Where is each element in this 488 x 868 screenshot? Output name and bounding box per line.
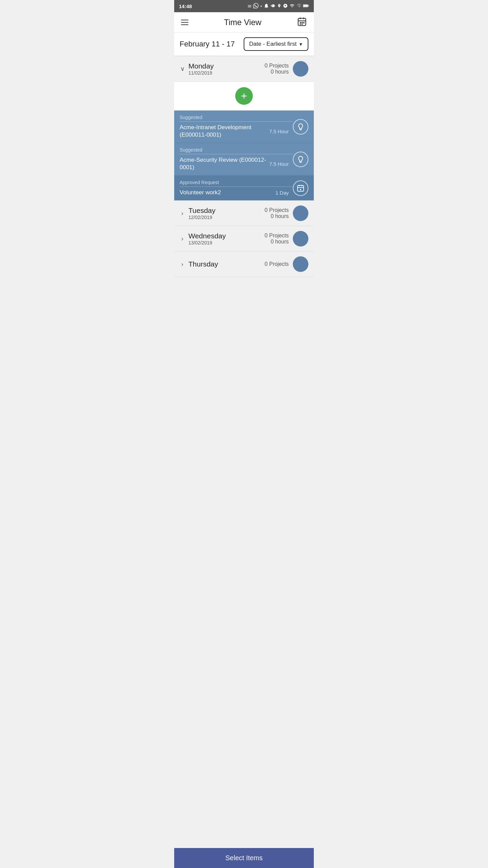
battery-icon <box>303 4 309 9</box>
sort-dropdown[interactable]: Date - Earliest first ▼ <box>244 37 308 51</box>
day-projects-wednesday: 0 Projects 0 hours <box>265 233 289 245</box>
lightbulb-icon <box>297 123 305 131</box>
card-label-2: Approved Request <box>180 180 293 185</box>
day-right-monday: 0 Projects 0 hours <box>265 61 308 77</box>
block-icon <box>283 3 288 9</box>
day-circle-monday <box>293 61 308 77</box>
page-title: Time View <box>224 18 262 27</box>
day-date-tuesday: 12/02/2019 <box>188 215 216 220</box>
chevron-down-icon: ∨ <box>180 65 185 73</box>
card-hours-0: 7.5 Hour <box>269 129 289 134</box>
day-row-tuesday[interactable]: › Tuesday 12/02/2019 0 Projects 0 hours <box>174 201 314 226</box>
card-content-1: Suggested Acme-Security Review (E000012-… <box>180 147 293 171</box>
hamburger-line-3 <box>181 24 188 25</box>
day-name-thursday: Thursday <box>188 260 218 268</box>
project-count-tuesday: 0 Projects <box>265 207 289 213</box>
suggestion-card-1[interactable]: Suggested Acme-Security Review (E000012-… <box>174 143 314 176</box>
suggestion-card-2[interactable]: Approved Request Volunteer work2 1 Day <box>174 176 314 200</box>
day-left-wednesday: › Wednesday 13/02/2019 <box>180 232 226 245</box>
card-divider-2 <box>180 186 293 187</box>
card-icon-circle-2 <box>293 180 308 196</box>
svg-rect-9 <box>303 22 305 23</box>
suggestion-section: Suggested Acme-Intranet Development (E00… <box>174 111 314 201</box>
card-divider-1 <box>180 154 293 154</box>
day-right-tuesday: 0 Projects 0 hours <box>265 205 308 221</box>
day-circle-tuesday <box>293 205 308 221</box>
message-icon: ✉ <box>248 4 251 9</box>
day-right-wednesday: 0 Projects 0 hours <box>265 231 308 246</box>
menu-button[interactable] <box>180 18 190 26</box>
project-count-thursday: 0 Projects <box>265 261 289 267</box>
card-bottom-0: Acme-Intranet Development (E000011-0001)… <box>180 124 293 139</box>
chevron-right-icon-wednesday: › <box>180 235 185 242</box>
add-entry-button[interactable]: + <box>235 87 253 105</box>
card-label-1: Suggested <box>180 147 293 153</box>
alarm-icon <box>264 3 269 9</box>
sort-label: Date - Earliest first <box>249 41 297 47</box>
day-info-thursday: Thursday <box>188 260 218 268</box>
day-circle-thursday <box>293 256 308 272</box>
svg-rect-7 <box>300 22 301 23</box>
sort-arrow-icon: ▼ <box>299 42 303 47</box>
hamburger-line-2 <box>181 22 188 23</box>
project-hours-wednesday: 0 hours <box>265 239 289 245</box>
svg-rect-11 <box>302 24 303 25</box>
day-left-tuesday: › Tuesday 12/02/2019 <box>180 206 216 220</box>
day-info-tuesday: Tuesday 12/02/2019 <box>188 206 216 220</box>
svg-rect-2 <box>303 5 308 6</box>
dot-icon: • <box>260 4 262 9</box>
card-bottom-1: Acme-Security Review (E000012-0001) 7.5 … <box>180 156 293 171</box>
day-date-monday: 11/02/2019 <box>188 70 214 76</box>
day-name-monday: Monday <box>188 62 214 70</box>
chevron-right-icon-thursday: › <box>180 261 185 268</box>
day-name-tuesday: Tuesday <box>188 206 216 215</box>
card-name-1: Acme-Security Review (E000012-0001) <box>180 156 269 171</box>
add-button-area: + <box>174 82 314 111</box>
day-info-monday: Monday 11/02/2019 <box>188 62 214 76</box>
card-icon-circle-0 <box>293 119 308 135</box>
card-divider-0 <box>180 121 293 122</box>
calendar-plus-icon <box>297 184 305 192</box>
day-right-thursday: 0 Projects <box>265 256 308 272</box>
day-projects-tuesday: 0 Projects 0 hours <box>265 207 289 219</box>
day-name-wednesday: Wednesday <box>188 232 226 240</box>
card-content-0: Suggested Acme-Intranet Development (E00… <box>180 115 293 139</box>
project-hours-monday: 0 hours <box>265 69 289 75</box>
status-icons: ✉ • <box>248 3 309 9</box>
card-content-2: Approved Request Volunteer work2 1 Day <box>180 180 293 196</box>
signal-icon <box>297 3 301 9</box>
day-info-wednesday: Wednesday 13/02/2019 <box>188 232 226 245</box>
svg-rect-10 <box>300 24 301 25</box>
wifi-icon <box>289 3 295 9</box>
day-projects-monday: 0 Projects 0 hours <box>265 63 289 75</box>
day-left-thursday: › Thursday <box>180 260 218 268</box>
day-left-monday: ∨ Monday 11/02/2019 <box>180 62 214 76</box>
chevron-right-icon-tuesday: › <box>180 210 185 217</box>
whatsapp-icon <box>253 3 259 9</box>
day-row-monday[interactable]: ∨ Monday 11/02/2019 0 Projects 0 hours <box>174 56 314 82</box>
project-hours-tuesday: 0 hours <box>265 213 289 219</box>
card-hours-1: 7.5 Hour <box>269 161 289 167</box>
plus-icon: + <box>241 91 247 101</box>
suggestion-card-0[interactable]: Suggested Acme-Intranet Development (E00… <box>174 111 314 143</box>
hamburger-line-1 <box>181 20 188 20</box>
date-range-text: February 11 - 17 <box>180 40 235 48</box>
calendar-button[interactable] <box>296 15 308 29</box>
card-name-0: Acme-Intranet Development (E000011-0001) <box>180 124 269 139</box>
location-icon <box>277 3 281 9</box>
status-time: 14:48 <box>179 3 192 9</box>
day-row-wednesday[interactable]: › Wednesday 13/02/2019 0 Projects 0 hour… <box>174 226 314 252</box>
day-date-wednesday: 13/02/2019 <box>188 240 226 245</box>
date-range-bar: February 11 - 17 Date - Earliest first ▼ <box>174 33 314 56</box>
lightbulb-icon-2 <box>297 155 305 163</box>
header: Time View <box>174 12 314 33</box>
project-count-monday: 0 Projects <box>265 63 289 69</box>
project-count-wednesday: 0 Projects <box>265 233 289 239</box>
day-row-thursday[interactable]: › Thursday 0 Projects <box>174 252 314 277</box>
vibrate-icon <box>271 3 276 9</box>
svg-rect-12 <box>298 185 304 191</box>
svg-rect-8 <box>302 22 303 23</box>
card-bottom-2: Volunteer work2 1 Day <box>180 189 293 196</box>
card-name-2: Volunteer work2 <box>180 189 276 196</box>
day-circle-wednesday <box>293 231 308 246</box>
